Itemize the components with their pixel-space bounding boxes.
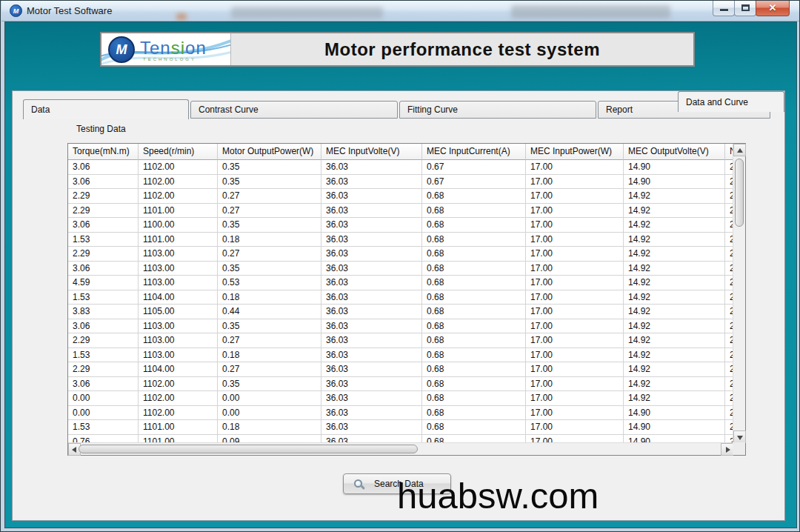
scroll-down-button[interactable] bbox=[733, 430, 746, 443]
table-cell: 14.92 bbox=[624, 233, 725, 247]
form-background: M Tension TECHNOLOGY Motor performance t… bbox=[4, 21, 797, 528]
table-cell: 17.00 bbox=[526, 247, 624, 262]
column-header[interactable]: Torque(mN.m) bbox=[68, 144, 139, 160]
table-cell: 2.29 bbox=[68, 247, 139, 262]
table-cell: 0.00 bbox=[218, 406, 321, 421]
table-cell: 17.00 bbox=[526, 218, 624, 233]
table-row[interactable]: 3.061100.000.3536.030.6817.0014.922 bbox=[68, 218, 733, 233]
table-row[interactable]: 3.831105.000.4436.030.6817.0014.922 bbox=[68, 305, 733, 319]
table-cell: 36.03 bbox=[321, 218, 422, 233]
table-cell: 0.68 bbox=[422, 218, 526, 233]
maximize-button[interactable] bbox=[734, 1, 756, 16]
table-row[interactable]: 4.591103.000.5336.030.6817.0014.922 bbox=[68, 276, 733, 290]
window-title: Motor Test Software bbox=[27, 5, 112, 16]
background-artifact bbox=[511, 5, 670, 19]
table-cell: 36.03 bbox=[321, 290, 422, 305]
table-cell: 1103.00 bbox=[139, 276, 218, 290]
table-cell: 1104.00 bbox=[139, 362, 218, 377]
table-cell: 1.53 bbox=[68, 233, 139, 247]
table-cell: 1102.00 bbox=[139, 406, 218, 421]
table-cell: 0.68 bbox=[422, 333, 526, 348]
table-cell: 17.00 bbox=[526, 189, 624, 204]
table-cell: 1103.00 bbox=[139, 262, 218, 276]
table-cell: 0.68 bbox=[422, 290, 526, 305]
column-header[interactable]: Motor OutputPower(W) bbox=[218, 144, 321, 160]
table-row[interactable]: 1.531103.000.1836.030.6817.0014.922 bbox=[68, 348, 733, 363]
table-row[interactable]: 2.291102.000.2736.030.6817.0014.922 bbox=[68, 189, 733, 204]
horizontal-scrollbar[interactable] bbox=[68, 442, 733, 455]
column-header[interactable]: MEC InputCurrent(A) bbox=[422, 144, 526, 160]
table-cell: 17.00 bbox=[526, 420, 624, 435]
close-icon: ✕ bbox=[756, 2, 789, 13]
table-cell: 2.29 bbox=[68, 189, 139, 204]
subtab-contrast-curve[interactable]: Contrast Curve bbox=[190, 101, 398, 119]
table-cell: 0.18 bbox=[218, 420, 321, 435]
table-cell: 14.92 bbox=[624, 218, 725, 233]
table-row[interactable]: 3.061103.000.3536.030.6817.0014.922 bbox=[68, 262, 733, 276]
minimize-icon bbox=[720, 9, 728, 11]
scroll-up-button[interactable] bbox=[733, 144, 746, 156]
vertical-scroll-thumb[interactable] bbox=[735, 159, 744, 227]
subtab-data[interactable]: Data bbox=[23, 99, 189, 119]
table-row[interactable]: 3.061102.000.3536.030.6717.0014.902 bbox=[68, 160, 733, 175]
table-cell: 0.27 bbox=[218, 333, 321, 348]
table-row[interactable]: 3.061103.000.3536.030.6817.0014.922 bbox=[68, 319, 733, 334]
table-row[interactable]: 0.001102.000.0036.030.6817.0014.922 bbox=[68, 391, 733, 406]
table-row[interactable]: 2.291103.000.2736.030.6817.0014.922 bbox=[68, 247, 733, 262]
table-cell: 14.92 bbox=[624, 362, 725, 377]
arrow-right-icon bbox=[726, 447, 730, 453]
table-cell: 0.68 bbox=[422, 319, 526, 334]
table-row[interactable]: 3.061102.000.3536.030.6817.0014.922 bbox=[68, 377, 733, 392]
table-cell: 0.00 bbox=[218, 391, 321, 406]
table-cell: 17.00 bbox=[526, 276, 624, 290]
column-header[interactable]: Speed(r/min) bbox=[139, 144, 218, 160]
table-cell: 17.00 bbox=[526, 233, 624, 247]
table-row[interactable]: 3.061102.000.3536.030.6717.0014.902 bbox=[68, 175, 733, 190]
table-cell: 14.92 bbox=[624, 319, 725, 334]
table-cell: 0.35 bbox=[218, 160, 321, 175]
table-cell: 3.06 bbox=[68, 160, 139, 175]
table-cell: 36.03 bbox=[321, 175, 422, 190]
table-row[interactable]: 1.531104.000.1836.030.6817.0014.922 bbox=[68, 290, 733, 305]
column-header[interactable]: MEC InputPower(W) bbox=[526, 144, 624, 160]
table-cell: 14.92 bbox=[624, 333, 725, 348]
table-cell: 0.53 bbox=[218, 276, 321, 290]
tab-data-and-curve[interactable]: Data and Curve bbox=[678, 91, 784, 112]
table-cell: 14.92 bbox=[624, 247, 725, 262]
table-row[interactable]: 0.001102.000.0036.030.6817.0014.902 bbox=[68, 406, 733, 421]
table-row[interactable]: 1.531101.000.1836.030.6817.0014.922 bbox=[68, 233, 733, 247]
table-cell: 17.00 bbox=[526, 362, 624, 377]
table-cell: 3.06 bbox=[68, 218, 139, 233]
table-cell: 36.03 bbox=[321, 262, 422, 276]
table-row[interactable]: 2.291103.000.2736.030.6817.0014.922 bbox=[68, 333, 733, 348]
table-cell: 36.03 bbox=[321, 348, 422, 363]
table-cell: 0.68 bbox=[422, 362, 526, 377]
table-cell: 3.06 bbox=[68, 377, 139, 392]
table-row[interactable]: 2.291104.000.2736.030.6817.0014.922 bbox=[68, 362, 733, 377]
close-button[interactable]: ✕ bbox=[756, 1, 790, 16]
table-cell: 36.03 bbox=[321, 276, 422, 290]
column-header[interactable]: MEC OutputVolte(V) bbox=[624, 144, 725, 160]
minimize-button[interactable] bbox=[713, 1, 735, 16]
table-cell: 1102.00 bbox=[139, 189, 218, 204]
subtab-fitting-curve[interactable]: Fitting Curve bbox=[399, 101, 596, 119]
table-cell: 0.68 bbox=[422, 420, 526, 435]
table-cell: 0.68 bbox=[422, 406, 526, 421]
table-cell: 1.53 bbox=[68, 290, 139, 305]
table-cell: 0.00 bbox=[68, 391, 139, 406]
table-cell: 0.35 bbox=[218, 218, 321, 233]
horizontal-scroll-thumb[interactable] bbox=[79, 445, 418, 453]
column-header[interactable]: MEC InputVolte(V) bbox=[321, 144, 422, 160]
vertical-scrollbar[interactable] bbox=[733, 144, 745, 443]
maximize-icon bbox=[741, 4, 750, 11]
table-cell: 14.92 bbox=[624, 204, 725, 219]
scroll-right-button[interactable] bbox=[721, 443, 733, 456]
table-cell: 17.00 bbox=[526, 175, 624, 190]
table-cell: 1102.00 bbox=[139, 391, 218, 406]
table-row[interactable]: 1.531101.000.1836.030.6817.0014.902 bbox=[68, 420, 733, 435]
table-cell: 1103.00 bbox=[139, 333, 218, 348]
logo-subtitle: TECHNOLOGY bbox=[143, 57, 196, 61]
title-bar[interactable]: M Motor Test Software ✕ bbox=[1, 1, 800, 21]
banner: M Tension TECHNOLOGY Motor performance t… bbox=[100, 32, 695, 67]
table-row[interactable]: 2.291101.000.2736.030.6817.0014.922 bbox=[68, 204, 733, 219]
